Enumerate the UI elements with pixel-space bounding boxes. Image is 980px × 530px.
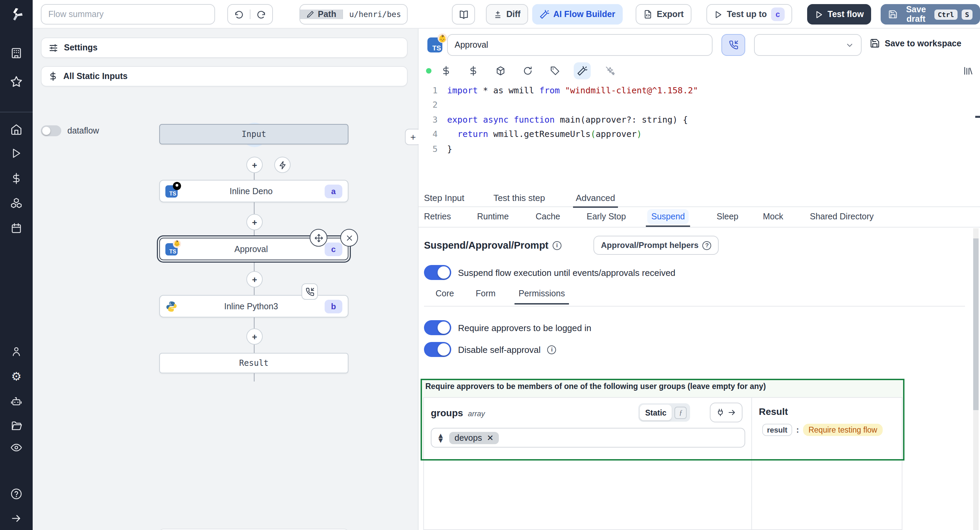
sliders-icon [48,43,59,53]
ai-flow-builder-button[interactable]: AI Flow Builder [532,4,623,24]
editor-overview-ruler-mark [975,116,980,118]
folders-icon[interactable] [10,420,22,432]
move-step-button[interactable] [310,229,327,247]
info-icon[interactable]: i [553,241,562,250]
code-editor[interactable]: 1 2 3 4 5 import * as wmill from "windmi… [418,81,978,185]
tab-test-this-step[interactable]: Test this step [493,193,545,203]
workers-robot-icon[interactable] [10,395,22,407]
export-button[interactable]: Export [636,4,691,24]
tab-mock[interactable]: Mock [759,209,788,224]
delete-step-button[interactable] [340,229,358,247]
tab-sleep[interactable]: Sleep [713,209,743,224]
remove-chip-icon[interactable]: ✕ [487,433,493,442]
reload-icon[interactable] [523,66,533,76]
users-icon[interactable] [11,346,22,357]
library-icon[interactable] [963,66,973,76]
disable-self-approval-row: Disable self-approval i [424,342,556,357]
tab-runtime[interactable]: Runtime [473,209,513,224]
all-static-inputs-card[interactable]: All Static Inputs [41,66,408,86]
variables-dollar-icon[interactable] [11,173,22,184]
tab-core[interactable]: Core [436,289,454,299]
tab-suspend-active[interactable]: Suspend [647,209,689,224]
favorites-star-icon[interactable] [10,75,23,88]
result-value-chip[interactable]: Require testing flow [803,424,883,436]
dataflow-toggle[interactable] [41,125,61,136]
tab-step-input[interactable]: Step Input [424,193,465,203]
connect-input-plug-button[interactable] [710,402,743,422]
flow-summary-input[interactable] [41,4,215,24]
script-version-select[interactable] [754,34,862,56]
tab-cache[interactable]: Cache [531,209,564,224]
dollar-icon [48,72,58,81]
suspend-flow-toggle[interactable] [424,265,451,280]
tab-early-stop[interactable]: Early Stop [582,209,630,224]
collapse-arrow-icon[interactable] [11,512,22,524]
typescript-deno-icon: TS [165,185,178,197]
suspend-heading-text: Suspend/Approval/Prompt [424,240,549,251]
add-trigger-button[interactable] [274,157,291,173]
add-step-button-3[interactable]: + [247,271,263,287]
panel-scrollbar-thumb[interactable] [973,238,978,410]
require-logged-in-toggle[interactable] [424,320,451,335]
schedules-calendar-icon[interactable] [11,222,22,234]
windmill-logo-icon[interactable] [9,7,24,22]
test-up-to-button[interactable]: Test up to c [706,4,792,24]
settings-gear-icon[interactable]: ⚙ [11,370,22,384]
sparkles-off-icon[interactable] [605,66,615,76]
format-tag-icon[interactable] [550,66,560,76]
save-draft-button[interactable]: Save draft Ctrl S [881,4,980,24]
flow-settings-card[interactable]: Settings [41,37,408,58]
form-column-divider [751,398,752,529]
save-icon [870,38,880,48]
runs-play-icon[interactable] [11,147,22,159]
save-to-workspace-button[interactable]: Save to workspace [870,38,961,48]
info-icon[interactable]: i [547,345,556,354]
result-node[interactable]: Result [159,353,348,373]
suspend-mode-phone-button[interactable] [721,34,745,56]
tab-advanced-active[interactable]: Advanced [576,193,615,203]
docs-book-button[interactable] [452,4,475,24]
step-node-inline-deno[interactable]: TS Inline Deno a [159,180,348,202]
add-step-button-1[interactable]: + [247,157,263,173]
home-icon[interactable] [10,123,22,136]
app-sidebar: ⚙ [0,0,33,530]
ai-assistant-wand-icon[interactable] [574,62,591,79]
tab-shared-directory[interactable]: Shared Directory [806,209,878,224]
suspend-phone-incoming-badge[interactable] [301,283,318,300]
variables-picker-icon[interactable] [441,66,451,76]
step-title-input[interactable] [447,34,713,56]
advanced-tabs: Retries Runtime Cache Early Stop Suspend… [418,207,980,228]
tab-permissions-active[interactable]: Permissions [519,289,565,299]
function-mode-button[interactable]: ƒ [675,406,687,418]
result-key-chip[interactable]: result [762,424,792,436]
path-button[interactable]: Path [300,10,342,19]
help-icon[interactable] [10,488,22,500]
input-node[interactable]: Input [159,124,348,144]
test-flow-button[interactable]: Test flow [807,4,872,24]
groups-multiselect-input[interactable]: ▲▼ devops ✕ [431,428,745,448]
static-mode-button[interactable]: Static [640,405,672,420]
approval-prompt-helpers-button[interactable]: Approval/Prompt helpers ? [593,236,719,255]
diff-button[interactable]: Diff [486,4,528,24]
step-tabs: Step Input Test this step Advanced [418,189,980,207]
workspace-icon[interactable] [10,47,22,59]
disable-self-approval-toggle[interactable] [424,342,451,357]
undo-button[interactable] [228,10,250,19]
redo-button[interactable] [250,10,272,19]
error-handler-card[interactable]: Error Handler [159,528,348,530]
kbd-ctrl: Ctrl [934,9,958,19]
code-lines[interactable]: import * as wmill from "windmill-client@… [442,81,978,185]
tab-retries[interactable]: Retries [420,209,455,224]
add-step-button-2[interactable]: + [247,214,263,230]
package-icon[interactable] [495,66,506,76]
tab-form[interactable]: Form [476,289,495,299]
add-step-button-4[interactable]: + [247,328,263,345]
step-name: Inline Deno [178,186,325,196]
audit-logs-eye-icon[interactable] [10,441,22,454]
path-value[interactable]: u/henri/bes [342,10,407,19]
resources-picker-icon[interactable] [468,66,479,76]
step-node-inline-python3[interactable]: Inline Python3 b [159,295,348,318]
deno-icon [173,182,181,190]
resources-boxes-icon[interactable] [10,197,22,209]
result-node-label: Result [239,358,269,368]
